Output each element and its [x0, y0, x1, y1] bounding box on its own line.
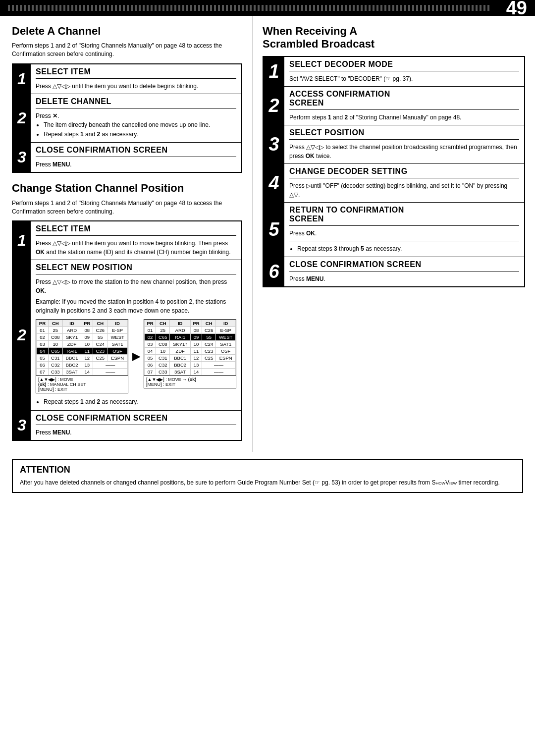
- scrambled-step-heading-3: SELECT POSITION: [289, 128, 519, 140]
- attention-title: ATTENTION: [20, 465, 515, 475]
- delete-channel-steps: 1 SELECT ITEM Press △▽◁▷ until the item …: [12, 63, 242, 173]
- table-arrow: ▶: [132, 319, 140, 393]
- step-divider: [289, 241, 519, 241]
- delete-step-number-1: 1: [13, 64, 31, 94]
- table-row: 06C32BBC213——: [145, 362, 236, 369]
- scrambled-step-number-5: 5: [264, 203, 284, 257]
- scrambled-step-2: 2 ACCESS CONFIRMATIONSCREEN Perform step…: [264, 87, 524, 125]
- table-row: 06C32BBC213——: [37, 362, 128, 369]
- change-step-number-2: 2: [13, 260, 31, 410]
- bullet-item: Repeat steps 3 through 5 as necessary.: [297, 244, 519, 254]
- scrambled-step-heading-1: SELECT DECODER MODE: [289, 60, 519, 71]
- scrambled-step-heading-4: CHANGE DECODER SETTING: [289, 167, 519, 178]
- table-row: 0310ZDF10C24SAT1: [37, 341, 128, 348]
- change-step-heading-3: CLOSE CONFIRMATION SCREEN: [36, 414, 236, 425]
- scrambled-step-content-3: SELECT POSITION Press △▽◁▷ to select the…: [284, 125, 524, 163]
- scrambled-step-number-2: 2: [264, 87, 284, 125]
- delete-step-heading-1: SELECT ITEM: [36, 67, 236, 79]
- delete-channel-intro: Perform steps 1 and 2 of "Storing Channe…: [12, 42, 242, 58]
- right-column: When Receiving AScrambled Broadcast 1 SE…: [253, 16, 535, 452]
- change-step-content-3: CLOSE CONFIRMATION SCREEN Press MENU.: [31, 411, 241, 440]
- scrambled-step-heading-6: CLOSE CONFIRMATION SCREEN: [289, 260, 519, 271]
- table-row-highlight: 04C65RAI111C23OSF: [37, 348, 128, 355]
- delete-step-heading-2: DELETE CHANNEL: [36, 97, 236, 108]
- scrambled-step-text-4: Press ▷until "OFF" (decoder setting) beg…: [289, 181, 519, 199]
- change-step-text-1: Press △▽◁▷ until the item you want to mo…: [36, 239, 236, 257]
- scrambled-step-text-3: Press △▽◁▷ to select the channel positio…: [289, 143, 519, 161]
- change-step-content-2: SELECT NEW POSITION Press △▽◁▷ to move t…: [31, 260, 241, 410]
- table-row-highlight: 02C65RAI10955WEST: [145, 334, 236, 341]
- change-step-3: 3 CLOSE CONFIRMATION SCREEN Press MENU.: [13, 411, 241, 440]
- delete-step-content-2: DELETE CHANNEL Press ✕. The item directl…: [31, 94, 241, 142]
- scrambled-step-heading-2: ACCESS CONFIRMATIONSCREEN: [289, 90, 519, 110]
- scrambled-step-6: 6 CLOSE CONFIRMATION SCREEN Press MENU.: [264, 257, 524, 286]
- channel-table-before: PRCHIDPRCHID 0125ARD08C26E-SP 02C08SKY10…: [36, 319, 128, 393]
- table-row: 0125ARD08C26E-SP: [37, 327, 128, 334]
- table-row: 05C31BBC112C25ESPN: [37, 355, 128, 362]
- scrambled-step-content-4: CHANGE DECODER SETTING Press ▷until "OFF…: [284, 164, 524, 202]
- change-step-2: 2 SELECT NEW POSITION Press △▽◁▷ to move…: [13, 260, 241, 410]
- table-before: PRCHIDPRCHID 0125ARD08C26E-SP 02C08SKY10…: [36, 319, 128, 393]
- scrambled-step-content-5: RETURN TO CONFIRMATIONSCREEN Press OK. R…: [284, 203, 524, 257]
- change-station-steps: 1 SELECT ITEM Press △▽◁▷ until the item …: [12, 220, 242, 440]
- change-station-intro: Perform steps 1 and 2 of "Storing Channe…: [12, 199, 242, 216]
- bullet-item: The item directly beneath the cancelled …: [44, 120, 236, 130]
- page-header: EN 49: [0, 0, 535, 16]
- table-after: PRCHIDPRCHID 0125ARD08C26E-SP 02C65RAI10…: [144, 319, 236, 393]
- scrambled-step-5-bullets: Repeat steps 3 through 5 as necessary.: [289, 244, 519, 254]
- scrambled-step-text-5: Press OK.: [289, 229, 519, 238]
- change-step-example: Example: If you moved the station in pos…: [36, 297, 236, 315]
- scrambled-step-number-3: 3: [264, 125, 284, 163]
- scrambled-title: When Receiving AScrambled Broadcast: [263, 25, 525, 51]
- table-row: 02C08SKY10955WEST: [37, 334, 128, 341]
- delete-step-2: 2 DELETE CHANNEL Press ✕. The item direc…: [13, 94, 241, 143]
- change-step-heading-2: SELECT NEW POSITION: [36, 263, 236, 274]
- table-row: 05C31BBC112C25ESPN: [145, 355, 236, 362]
- bullet-item: Repeat steps 1 and 2 as necessary.: [44, 130, 236, 139]
- change-step-text-3: Press MENU.: [36, 428, 236, 437]
- page-number: 49: [506, 0, 527, 17]
- scrambled-step-text-6: Press MENU.: [289, 274, 519, 283]
- change-step-1: 1 SELECT ITEM Press △▽◁▷ until the item …: [13, 221, 241, 260]
- scrambled-step-content-1: SELECT DECODER MODE Set "AV2 SELECT" to …: [284, 57, 524, 86]
- change-step-number-1: 1: [13, 221, 31, 260]
- change-step-content-1: SELECT ITEM Press △▽◁▷ until the item yo…: [31, 221, 241, 260]
- change-step-2-bullets: Repeat steps 1 and 2 as necessary.: [36, 397, 236, 407]
- delete-step-bullets-2: The item directly beneath the cancelled …: [36, 120, 236, 139]
- change-step-heading-1: SELECT ITEM: [36, 224, 236, 236]
- delete-step-text-1: Press △▽◁▷ until the item you want to de…: [36, 82, 236, 91]
- header-stripe: [8, 5, 491, 11]
- channel-tables: PRCHIDPRCHID 0125ARD08C26E-SP 02C08SKY10…: [36, 319, 236, 393]
- change-step-text-2: Press △▽◁▷ to move the station to the ne…: [36, 277, 236, 295]
- scrambled-steps: 1 SELECT DECODER MODE Set "AV2 SELECT" t…: [263, 56, 525, 287]
- delete-step-content-1: SELECT ITEM Press △▽◁▷ until the item yo…: [31, 64, 241, 94]
- delete-step-3: 3 CLOSE CONFIRMATION SCREEN Press MENU.: [13, 143, 241, 172]
- table-footer-after: [▲▼◀▶] : MOVE → (ok) [MENU] : EXIT: [144, 376, 236, 388]
- attention-text: After you have deleted channels or chang…: [20, 478, 515, 487]
- en-label: EN: [497, 4, 506, 12]
- table-row: 07C333SAT14——: [145, 369, 236, 376]
- attention-box: ATTENTION After you have deleted channel…: [12, 459, 523, 493]
- change-step-number-3: 3: [13, 411, 31, 440]
- delete-channel-section: Delete A Channel Perform steps 1 and 2 o…: [12, 25, 242, 173]
- left-column: Delete A Channel Perform steps 1 and 2 o…: [0, 16, 253, 452]
- delete-step-text-3: Press MENU.: [36, 160, 236, 169]
- table-footer-before: [▲▼◀▶] : MOVE (ok) : MANUAL CH SET [MENU…: [36, 376, 128, 393]
- scrambled-step-heading-5: RETURN TO CONFIRMATIONSCREEN: [289, 206, 519, 226]
- scrambled-step-number-6: 6: [264, 257, 284, 286]
- change-station-title: Change Station Channel Position: [12, 182, 242, 195]
- scrambled-step-number-4: 4: [264, 164, 284, 202]
- scrambled-step-5: 5 RETURN TO CONFIRMATIONSCREEN Press OK.…: [264, 203, 524, 257]
- delete-step-text-2: Press ✕.: [36, 111, 236, 120]
- scrambled-step-text-1: Set "AV2 SELECT" to "DECODER" (☞ pg. 37)…: [289, 74, 519, 83]
- scrambled-step-text-2: Perform steps 1 and 2 of "Storing Channe…: [289, 113, 519, 122]
- delete-channel-title: Delete A Channel: [12, 25, 242, 38]
- scrambled-step-content-2: ACCESS CONFIRMATIONSCREEN Perform steps …: [284, 87, 524, 125]
- delete-step-number-2: 2: [13, 94, 31, 142]
- change-station-section: Change Station Channel Position Perform …: [12, 182, 242, 440]
- channel-table-after: PRCHIDPRCHID 0125ARD08C26E-SP 02C65RAI10…: [144, 319, 236, 388]
- delete-step-heading-3: CLOSE CONFIRMATION SCREEN: [36, 146, 236, 157]
- delete-step-number-3: 3: [13, 143, 31, 172]
- scrambled-step-content-6: CLOSE CONFIRMATION SCREEN Press MENU.: [284, 257, 524, 286]
- scrambled-step-4: 4 CHANGE DECODER SETTING Press ▷until "O…: [264, 164, 524, 203]
